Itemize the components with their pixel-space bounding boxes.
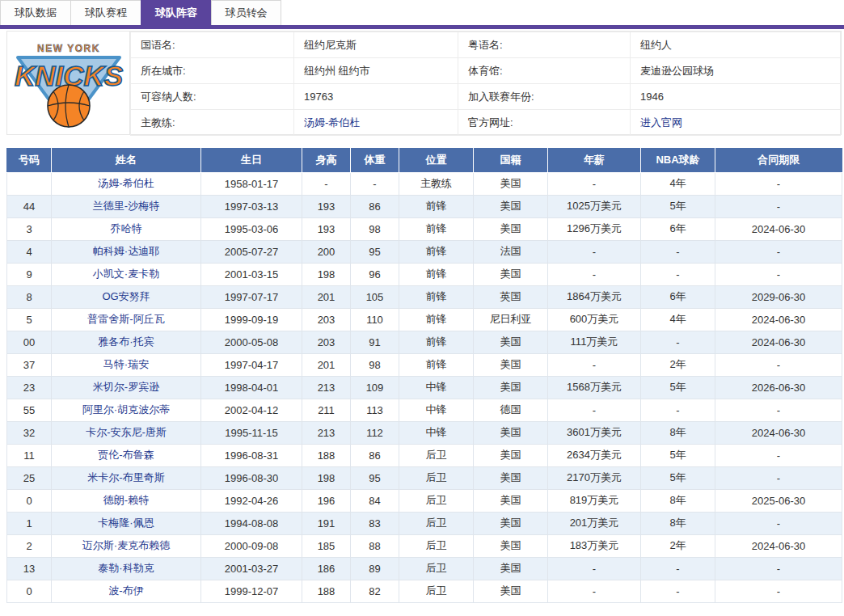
player-name-link[interactable]: 马特·瑞安 [103, 358, 149, 370]
cell-contract-expiry: 2024-06-30 [715, 331, 842, 353]
roster-row: 9小凯文·麦卡勒2001-03-1519896前锋美国--- [7, 263, 842, 285]
cell-salary: 183万美元 [548, 534, 641, 557]
player-name-link[interactable]: 汤姆-希伯杜 [98, 177, 154, 189]
player-name-link[interactable]: 乔哈特 [111, 222, 142, 234]
cell-nationality: 美国 [474, 376, 548, 399]
cell-contract-expiry: - [715, 172, 842, 195]
cell-contract-expiry: - [715, 399, 842, 421]
cell-contract-expiry: - [715, 240, 842, 263]
player-name-link[interactable]: 迈尔斯·麦克布赖德 [82, 539, 170, 551]
cell-nationality: 美国 [474, 466, 548, 489]
player-name-link[interactable]: 普雷舍斯-阿丘瓦 [87, 313, 164, 325]
info-label: 加入联赛年份: [458, 84, 631, 110]
tab-player-transfer[interactable]: 球员转会 [211, 0, 281, 25]
tab-team-roster[interactable]: 球队阵容 [141, 0, 211, 25]
cell-position: 中锋 [399, 376, 474, 399]
info-value: 纽约州 纽约市 [294, 58, 458, 84]
roster-row: 37马特·瑞安1997-04-1720198前锋美国-2年- [7, 353, 842, 376]
knicks-logo-icon: NEW YORK KNICKS [11, 36, 126, 131]
roster-row: 55阿里尔·胡克波尔蒂2002-04-12211113中锋德国--- [7, 399, 842, 421]
cell-birthday: 2001-03-15 [201, 263, 302, 285]
cell-number: 9 [7, 263, 52, 285]
cell-name: 迈尔斯·麦克布赖德 [52, 534, 201, 557]
cell-number: 13 [7, 557, 52, 580]
cell-name: 贾伦-布鲁森 [52, 444, 201, 466]
player-name-link[interactable]: 米切尔-罗宾逊 [93, 381, 159, 393]
cell-number: 32 [7, 421, 52, 444]
player-name-link[interactable]: 贾伦-布鲁森 [98, 449, 154, 461]
cell-weight: 95 [351, 466, 399, 489]
cell-number: 11 [7, 444, 52, 466]
cell-height: 203 [302, 308, 351, 331]
cell-nationality: 美国 [474, 489, 548, 512]
cell-height: 201 [302, 285, 351, 308]
cell-salary: 600万美元 [548, 308, 641, 331]
player-name-link[interactable]: 卡梅隆·佩恩 [98, 517, 154, 529]
cell-weight: 84 [351, 489, 399, 512]
column-header-contract-expiry: 合同期限 [715, 148, 842, 172]
cell-birthday: 1992-04-26 [201, 489, 302, 512]
player-name-link[interactable]: OG安努拜 [102, 290, 150, 302]
player-name-link[interactable]: 德朗-赖特 [103, 494, 149, 506]
player-name-link[interactable]: 卡尔-安东尼-唐斯 [86, 426, 167, 438]
cell-nba-seniority: 4年 [641, 308, 715, 331]
cell-nationality: 美国 [474, 331, 548, 353]
player-name-link[interactable]: 波-布伊 [108, 584, 143, 597]
cell-salary: 1864万美元 [548, 285, 641, 308]
player-name-link[interactable]: 兰德里-沙梅特 [93, 200, 159, 212]
tab-bar: 球队数据球队赛程球队阵容球员转会 [0, 0, 844, 25]
cell-nba-seniority: 5年 [641, 466, 715, 489]
player-name-link[interactable]: 帕科姆·达迪耶 [93, 245, 159, 257]
cell-weight: 96 [351, 263, 399, 285]
roster-row: 8OG安努拜1997-07-17201105前锋英国1864万美元6年2029-… [7, 285, 842, 308]
cell-name: 帕科姆·达迪耶 [52, 240, 201, 263]
cell-height: 185 [302, 534, 351, 557]
cell-number: 1 [7, 512, 52, 534]
player-name-link[interactable]: 泰勒·科勒克 [98, 562, 154, 574]
player-name-link[interactable]: 阿里尔·胡克波尔蒂 [82, 403, 170, 416]
info-link[interactable]: 汤姆-希伯杜 [304, 116, 360, 129]
cell-salary: - [548, 263, 641, 285]
player-name-link[interactable]: 雅各布·托宾 [98, 335, 154, 348]
info-value: 19763 [294, 84, 458, 110]
cell-contract-expiry: 2024-06-30 [715, 534, 842, 557]
cell-birthday: 2005-07-27 [201, 240, 302, 263]
cell-nba-seniority: 2年 [641, 534, 715, 557]
tab-team-stats[interactable]: 球队数据 [0, 0, 70, 25]
cell-birthday: 1958-01-17 [201, 172, 302, 195]
cell-number [7, 172, 52, 195]
cell-salary: 2170万美元 [548, 466, 641, 489]
cell-number: 25 [7, 466, 52, 489]
tab-team-schedule[interactable]: 球队赛程 [70, 0, 141, 25]
roster-row: 5普雷舍斯-阿丘瓦1999-09-19203110前锋尼日利亚600万美元4年2… [7, 308, 842, 331]
cell-height: 196 [302, 489, 351, 512]
cell-contract-expiry: - [715, 466, 842, 489]
roster-row: 3乔哈特1995-03-0619398前锋美国1296万美元6年2024-06-… [7, 217, 842, 240]
info-label: 可容纳人数: [131, 84, 294, 110]
cell-weight: 83 [351, 512, 399, 534]
cell-nba-seniority: 8年 [641, 421, 715, 444]
cell-weight: 86 [351, 195, 399, 217]
info-value: 1946 [631, 84, 841, 110]
cell-weight: 98 [351, 217, 399, 240]
cell-height: 213 [302, 421, 351, 444]
cell-position: 前锋 [399, 240, 474, 263]
cell-birthday: 1997-03-13 [201, 195, 302, 217]
cell-number: 44 [7, 195, 52, 217]
roster-row: 23米切尔-罗宾逊1998-04-01213109中锋美国1568万美元5年20… [7, 376, 842, 399]
cell-height: 201 [302, 353, 351, 376]
team-logo: NEW YORK KNICKS [7, 32, 130, 134]
cell-name: 泰勒·科勒克 [52, 557, 201, 580]
info-value: 纽约人 [631, 32, 841, 58]
cell-position: 后卫 [399, 580, 474, 602]
cell-position: 主教练 [399, 172, 474, 195]
cell-nba-seniority: - [641, 263, 715, 285]
info-link[interactable]: 进入官网 [640, 116, 682, 129]
cell-nationality: 美国 [474, 421, 548, 444]
player-name-link[interactable]: 小凯文·麦卡勒 [93, 268, 159, 280]
roster-row: 44兰德里-沙梅特1997-03-1319386前锋美国1025万美元5年- [7, 195, 842, 217]
info-label: 国语名: [131, 32, 294, 58]
column-header-height: 身高 [302, 148, 351, 172]
player-name-link[interactable]: 米卡尔-布里奇斯 [87, 471, 164, 483]
info-value: 麦迪逊公园球场 [631, 58, 841, 84]
